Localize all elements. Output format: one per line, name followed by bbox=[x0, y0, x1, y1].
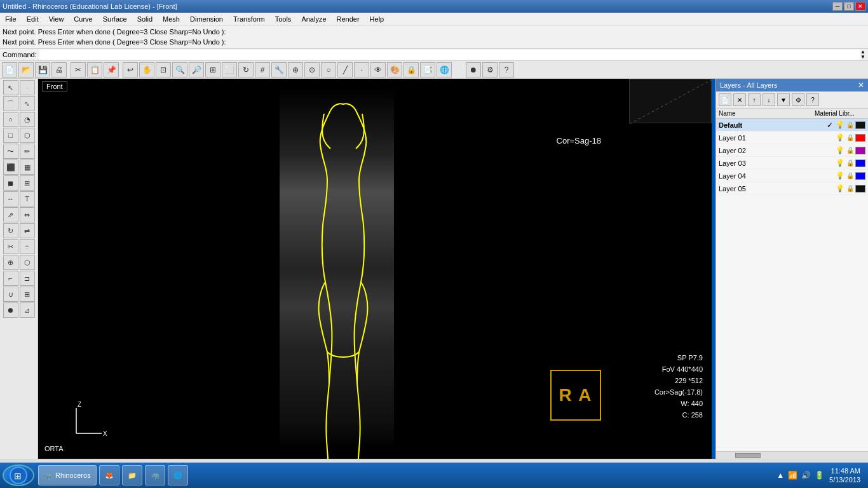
taskbar-rhino[interactable]: 🦏 Rhinoceros bbox=[38, 465, 97, 485]
left-circle[interactable]: ○ bbox=[3, 112, 18, 127]
tool-help[interactable]: ? bbox=[499, 62, 514, 78]
cmd-scroll-btns[interactable]: ▲ ▼ bbox=[860, 50, 865, 60]
layer-color-05[interactable] bbox=[855, 185, 865, 193]
left-rect[interactable]: □ bbox=[3, 128, 18, 143]
command-input[interactable] bbox=[39, 50, 860, 60]
layer-lock-01[interactable]: 🔒 bbox=[845, 134, 855, 141]
layer-delete-btn[interactable]: ✕ bbox=[733, 93, 746, 106]
left-arc[interactable]: ◔ bbox=[20, 112, 35, 127]
tool-lock[interactable]: 🔒 bbox=[403, 62, 419, 78]
layer-bulb-04[interactable]: 💡 bbox=[835, 172, 845, 180]
layer-up-btn[interactable]: ↑ bbox=[748, 93, 761, 106]
tool-cut[interactable]: ✂ bbox=[71, 62, 86, 78]
layer-color-04[interactable] bbox=[855, 172, 865, 180]
left-join[interactable]: ⊕ bbox=[3, 255, 18, 270]
layer-bulb-02[interactable]: 💡 bbox=[835, 146, 845, 154]
menu-transform[interactable]: Transform bbox=[228, 14, 270, 24]
layer-help-btn[interactable]: ? bbox=[806, 93, 819, 106]
tool-web[interactable]: 🌐 bbox=[437, 62, 452, 78]
layer-lock-03[interactable]: 🔒 bbox=[845, 159, 855, 166]
layer-row-02[interactable]: Layer 02 💡 🔒 bbox=[716, 144, 868, 157]
tool-zoom-extent[interactable]: ⊞ bbox=[205, 62, 220, 78]
tool-save[interactable]: 💾 bbox=[35, 62, 50, 78]
layer-bulb-05[interactable]: 💡 bbox=[835, 184, 845, 193]
layer-color-01[interactable] bbox=[855, 134, 865, 142]
left-boolean[interactable]: ∪ bbox=[3, 287, 18, 302]
tool-open[interactable]: 📂 bbox=[18, 62, 34, 78]
menu-mesh[interactable]: Mesh bbox=[158, 14, 185, 24]
left-polyline[interactable]: ⌒ bbox=[3, 96, 18, 111]
menu-edit[interactable]: Edit bbox=[22, 14, 44, 24]
tool-pan[interactable]: ✋ bbox=[139, 62, 154, 78]
left-solid[interactable]: ◼ bbox=[3, 175, 18, 191]
left-group[interactable]: ⬡ bbox=[20, 255, 35, 270]
layer-settings-btn[interactable]: ⚙ bbox=[792, 93, 804, 106]
layer-lock-02[interactable]: 🔒 bbox=[845, 147, 855, 154]
layer-row-default[interactable]: Default ✓ 💡 🔒 bbox=[716, 119, 868, 132]
left-sketch[interactable]: ✏ bbox=[20, 144, 35, 159]
taskbar-globe[interactable]: 🌐 bbox=[168, 465, 188, 485]
layers-close-btn[interactable]: ✕ bbox=[858, 81, 864, 90]
tool-settings[interactable]: ⚙ bbox=[482, 62, 498, 78]
layers-hscroll[interactable] bbox=[716, 451, 868, 459]
menu-analyze[interactable]: Analyze bbox=[296, 14, 331, 24]
layer-row-04[interactable]: Layer 04 💡 🔒 bbox=[716, 170, 868, 182]
left-mesh[interactable]: ⊞ bbox=[20, 175, 35, 191]
tool-obj-snap[interactable]: ⊕ bbox=[288, 62, 303, 78]
layers-hscroll-thumb[interactable] bbox=[735, 453, 761, 458]
cmd-scroll-down[interactable]: ▼ bbox=[860, 55, 865, 60]
left-freeform[interactable]: 〜 bbox=[3, 144, 18, 159]
tool-circle[interactable]: ○ bbox=[321, 62, 336, 78]
tool-gumball[interactable]: ⊙ bbox=[304, 62, 320, 78]
taskbar-explorer[interactable]: 📁 bbox=[122, 465, 142, 485]
left-poly[interactable]: ⬡ bbox=[20, 128, 35, 143]
menu-file[interactable]: File bbox=[0, 14, 22, 24]
tray-battery[interactable]: 🔋 bbox=[815, 471, 824, 480]
layer-row-05[interactable]: Layer 05 💡 🔒 bbox=[716, 182, 868, 195]
tool-paste[interactable]: 📌 bbox=[104, 62, 119, 78]
layer-row-01[interactable]: Layer 01 💡 🔒 bbox=[716, 132, 868, 144]
menu-tools[interactable]: Tools bbox=[270, 14, 297, 24]
left-rotate[interactable]: ↻ bbox=[3, 223, 18, 238]
viewport-area[interactable]: Front Cor=Sag-18 bbox=[38, 79, 715, 459]
taskbar-app3[interactable]: 🦏 bbox=[145, 465, 165, 485]
left-dim[interactable]: ↔ bbox=[3, 191, 18, 207]
maximize-btn[interactable]: □ bbox=[844, 2, 854, 11]
layer-lock-default[interactable]: 🔒 bbox=[845, 121, 855, 128]
tool-material[interactable]: 🎨 bbox=[387, 62, 402, 78]
tray-volume[interactable]: 🔊 bbox=[801, 471, 811, 480]
left-surface2[interactable]: ▦ bbox=[20, 159, 35, 175]
layer-bulb-01[interactable]: 💡 bbox=[835, 133, 845, 142]
layer-color-03[interactable] bbox=[855, 159, 865, 167]
left-text[interactable]: T bbox=[20, 191, 35, 207]
layer-color-default[interactable] bbox=[855, 121, 865, 129]
layer-filter-btn[interactable]: ▼ bbox=[777, 93, 790, 106]
tool-layer[interactable]: 📑 bbox=[420, 62, 435, 78]
layer-row-03[interactable]: Layer 03 💡 🔒 bbox=[716, 157, 868, 170]
layer-bulb-03[interactable]: 💡 bbox=[835, 159, 845, 167]
left-analysis[interactable]: ⊿ bbox=[20, 302, 35, 318]
layer-new-btn[interactable]: 📄 bbox=[719, 93, 731, 106]
menu-curve[interactable]: Curve bbox=[69, 14, 97, 24]
tool-record[interactable]: ⏺ bbox=[466, 62, 481, 78]
close-btn[interactable]: ✕ bbox=[855, 2, 865, 11]
left-mirror[interactable]: ⇌ bbox=[20, 223, 35, 238]
title-controls[interactable]: ─ □ ✕ bbox=[832, 2, 865, 11]
tray-network[interactable]: 📶 bbox=[788, 471, 797, 480]
tool-zoom-out[interactable]: 🔎 bbox=[189, 62, 204, 78]
left-history[interactable]: ⏺ bbox=[3, 302, 18, 318]
menu-dimension[interactable]: Dimension bbox=[185, 14, 228, 24]
tool-rotate[interactable]: ↻ bbox=[238, 62, 254, 78]
tool-print[interactable]: 🖨 bbox=[51, 62, 67, 78]
tool-select-window[interactable]: ⊡ bbox=[156, 62, 171, 78]
left-surface[interactable]: ⬛ bbox=[3, 159, 18, 175]
left-curve[interactable]: ∿ bbox=[20, 96, 35, 111]
tool-snap[interactable]: 🔧 bbox=[271, 62, 287, 78]
tool-zoom-window[interactable]: ⬜ bbox=[222, 62, 237, 78]
left-scale[interactable]: ⇔ bbox=[20, 207, 35, 222]
layer-color-02[interactable] bbox=[855, 147, 865, 154]
menu-solid[interactable]: Solid bbox=[132, 14, 158, 24]
menu-surface[interactable]: Surface bbox=[98, 14, 132, 24]
taskbar-firefox[interactable]: 🦊 bbox=[99, 465, 119, 485]
layer-lock-05[interactable]: 🔒 bbox=[845, 185, 855, 192]
